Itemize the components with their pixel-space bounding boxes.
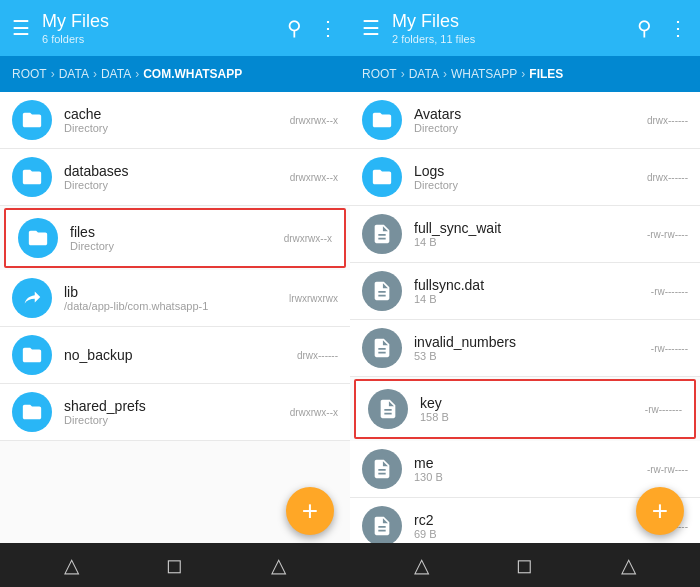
list-item[interactable]: invalid_numbers 53 B -rw------- [350, 320, 700, 377]
folder-icon [12, 335, 52, 375]
file-name: rc2 [414, 512, 643, 528]
file-info: full_sync_wait 14 B [414, 220, 639, 248]
breadcrumb-item-root[interactable]: ROOT [12, 67, 47, 81]
more-icon[interactable]: ⋮ [668, 16, 688, 40]
list-item[interactable]: shared_prefs Directory drwxrwx--x [0, 384, 350, 441]
folder-icon [18, 218, 58, 258]
file-info: rc2 69 B [414, 512, 643, 540]
toolbar: ☰ My Files 2 folders, 11 files ⚲ ⋮ [350, 0, 700, 56]
file-permissions: -rw-rw---- [647, 229, 688, 240]
file-meta: Directory [64, 179, 282, 191]
file-icon [362, 506, 402, 543]
navigation-bar: △ ◻ △ [0, 543, 350, 587]
list-item[interactable]: Logs Directory drwx------ [350, 149, 700, 206]
list-item[interactable]: files Directory drwxrwx--x [4, 208, 346, 268]
file-permissions: drwx------ [647, 115, 688, 126]
file-permissions: lrwxrwxrwx [289, 293, 338, 304]
file-name: Logs [414, 163, 639, 179]
file-count: 2 folders, 11 files [392, 33, 637, 45]
file-name: me [414, 455, 639, 471]
toolbar: ☰ My Files 6 folders ⚲ ⋮ [0, 0, 350, 56]
folder-icon [12, 157, 52, 197]
file-permissions: drwxrwx--x [290, 115, 338, 126]
file-info: databases Directory [64, 163, 282, 191]
file-name: files [70, 224, 276, 240]
file-permissions: drwxrwx--x [290, 407, 338, 418]
file-icon [362, 271, 402, 311]
file-name: shared_prefs [64, 398, 282, 414]
folder-icon [362, 100, 402, 140]
file-info: key 158 B [420, 395, 637, 423]
list-item[interactable]: full_sync_wait 14 B -rw-rw---- [350, 206, 700, 263]
panel-right: ☰ My Files 2 folders, 11 files ⚲ ⋮ ROOT›… [350, 0, 700, 587]
file-meta: Directory [414, 122, 639, 134]
file-meta: Directory [414, 179, 639, 191]
file-name: lib [64, 284, 281, 300]
recent-button[interactable]: △ [271, 553, 286, 577]
breadcrumb-separator: › [51, 67, 55, 81]
recent-button[interactable]: △ [621, 553, 636, 577]
file-meta: 14 B [414, 236, 639, 248]
home-button[interactable]: ◻ [516, 553, 533, 577]
search-icon[interactable]: ⚲ [287, 16, 302, 40]
folder-icon [362, 157, 402, 197]
file-info: shared_prefs Directory [64, 398, 282, 426]
list-item[interactable]: fullsync.dat 14 B -rw------- [350, 263, 700, 320]
fab-button[interactable]: + [286, 487, 334, 535]
file-icon [362, 449, 402, 489]
breadcrumb-item-whatsapp[interactable]: WHATSAPP [451, 67, 517, 81]
list-item[interactable]: no_backup drwx------ [0, 327, 350, 384]
breadcrumb-separator: › [443, 67, 447, 81]
file-icon [362, 214, 402, 254]
breadcrumb-item-files: FILES [529, 67, 563, 81]
file-info: Logs Directory [414, 163, 639, 191]
list-item[interactable]: cache Directory drwxrwx--x [0, 92, 350, 149]
folder-icon [12, 100, 52, 140]
file-info: Avatars Directory [414, 106, 639, 134]
fab-button[interactable]: + [636, 487, 684, 535]
search-icon[interactable]: ⚲ [637, 16, 652, 40]
file-name: cache [64, 106, 282, 122]
breadcrumb-separator: › [521, 67, 525, 81]
file-list: Avatars Directory drwx------ Logs Direct… [350, 92, 700, 543]
breadcrumb-item-data[interactable]: DATA [409, 67, 439, 81]
back-button[interactable]: △ [414, 553, 429, 577]
breadcrumb-item-data[interactable]: DATA [59, 67, 89, 81]
file-permissions: drwx------ [647, 172, 688, 183]
toolbar-actions: ⚲ ⋮ [637, 16, 688, 40]
file-meta: Directory [64, 414, 282, 426]
file-name: no_backup [64, 347, 289, 363]
breadcrumb-item-root[interactable]: ROOT [362, 67, 397, 81]
file-info: me 130 B [414, 455, 639, 483]
file-meta: 69 B [414, 528, 643, 540]
file-info: lib /data/app-lib/com.whatsapp-1 [64, 284, 281, 312]
list-item[interactable]: Avatars Directory drwx------ [350, 92, 700, 149]
app-title: My Files [392, 11, 637, 33]
file-permissions: drwxrwx--x [284, 233, 332, 244]
home-button[interactable]: ◻ [166, 553, 183, 577]
file-meta: 14 B [414, 293, 643, 305]
menu-icon[interactable]: ☰ [12, 16, 30, 40]
navigation-bar: △ ◻ △ [350, 543, 700, 587]
file-info: no_backup [64, 347, 289, 363]
toolbar-title-group: My Files 6 folders [42, 11, 287, 45]
list-item[interactable]: lib /data/app-lib/com.whatsapp-1 lrwxrwx… [0, 270, 350, 327]
list-item[interactable]: databases Directory drwxrwx--x [0, 149, 350, 206]
file-permissions: drwxrwx--x [290, 172, 338, 183]
symlink-icon [12, 278, 52, 318]
more-icon[interactable]: ⋮ [318, 16, 338, 40]
file-name: key [420, 395, 637, 411]
breadcrumb-item-data[interactable]: DATA [101, 67, 131, 81]
file-name: fullsync.dat [414, 277, 643, 293]
file-meta: Directory [70, 240, 276, 252]
breadcrumb-item-com.whatsapp: COM.WHATSAPP [143, 67, 242, 81]
file-meta: /data/app-lib/com.whatsapp-1 [64, 300, 281, 312]
file-icon [362, 328, 402, 368]
breadcrumb-separator: › [401, 67, 405, 81]
back-button[interactable]: △ [64, 553, 79, 577]
menu-icon[interactable]: ☰ [362, 16, 380, 40]
file-count: 6 folders [42, 33, 287, 45]
file-name: full_sync_wait [414, 220, 639, 236]
list-item[interactable]: key 158 B -rw------- [354, 379, 696, 439]
file-meta: Directory [64, 122, 282, 134]
